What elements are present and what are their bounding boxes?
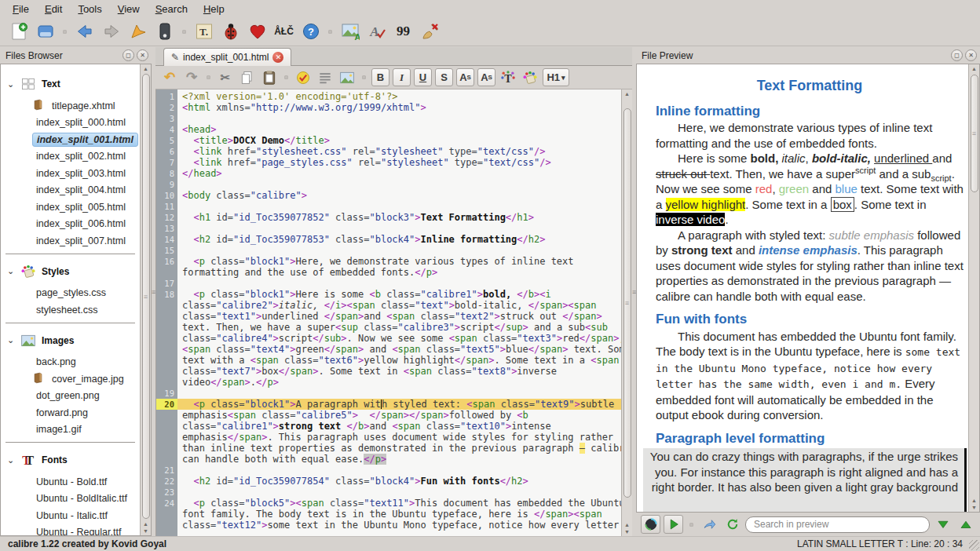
code-row[interactable]: 3 (156, 113, 621, 124)
code-row[interactable]: 9 (156, 179, 621, 190)
code-line[interactable]: <h2 id="id_Toc359077853" class="block4">… (177, 234, 621, 245)
code-line[interactable] (177, 201, 621, 212)
code-row[interactable]: class="calibre1">strong text </b>and <sp… (156, 421, 621, 432)
code-line[interactable]: <span class="text4">green</span> and <sp… (177, 344, 621, 355)
code-row[interactable]: 10<body class="calibre"> (156, 190, 621, 201)
scroll-up-icon[interactable]: ▲ (624, 90, 630, 97)
file-item-stylesheet.css[interactable]: stylesheet.css (1, 301, 140, 319)
code-row[interactable]: class="calibre4">script</sub>. Now we se… (156, 333, 621, 344)
code-line[interactable]: <p class="block1">Here, we demonstrate v… (177, 256, 621, 267)
code-row[interactable]: 16 <p class="block1">Here, we demonstrat… (156, 256, 621, 267)
edit-fonts-icon[interactable]: T. (192, 20, 216, 44)
code-row[interactable]: 24 <p class="block5"><span class="text11… (156, 498, 621, 509)
file-item-Ubuntu - BoldItalic.ttf[interactable]: Ubuntu - BoldItalic.ttf (1, 491, 140, 508)
code-line[interactable]: <?xml version='1.0' encoding='utf-8'?> (177, 91, 621, 102)
menu-help[interactable]: Help (196, 2, 232, 16)
insert-image-icon[interactable] (337, 68, 357, 87)
copy-icon[interactable] (237, 68, 258, 87)
code-row[interactable]: <span class="text4">green</span> and <sp… (156, 344, 621, 355)
bold-button[interactable]: B (371, 68, 389, 86)
close-panel-icon[interactable]: ✕ (965, 49, 977, 61)
code-row[interactable]: emphasis</span>. This paragraph uses doc… (156, 432, 621, 443)
section-styles[interactable]: ⌄Styles (1, 258, 140, 285)
file-item-Ubuntu - Bold.ttf[interactable]: Ubuntu - Bold.ttf (1, 473, 140, 491)
code-line[interactable]: <h1 id="id_Toc359077852" class="block3">… (177, 212, 621, 223)
file-item-back.png[interactable]: back.png (1, 354, 140, 371)
code-line[interactable]: <h2 id="id_Toc359077854" class="block4">… (177, 476, 621, 487)
code-line[interactable]: <html xmlns="http://www.w3.org/1999/xhtm… (177, 102, 621, 113)
underline-button[interactable]: U (414, 68, 432, 86)
code-row[interactable]: 7 <link href="page_styles.css" rel="styl… (156, 157, 621, 168)
editor-tab[interactable]: ✎ index_split_001.html ✕ (163, 48, 291, 66)
code-row[interactable]: 20 <p class="block1">A paragraph with st… (156, 399, 621, 410)
jump-to-cursor-icon[interactable] (700, 515, 719, 534)
smarten-punctuation-icon[interactable]: 99 (391, 20, 415, 44)
file-item-index_split_002.html[interactable]: index_split_002.html (1, 148, 140, 166)
run-icon[interactable] (664, 515, 683, 534)
new-file-icon[interactable] (6, 20, 31, 44)
help-icon[interactable]: ? (298, 20, 323, 44)
file-item-forward.png[interactable]: forward.png (1, 404, 140, 421)
fonts-icon[interactable]: T (498, 68, 518, 87)
file-item-Ubuntu - Italic.ttf[interactable]: Ubuntu - Italic.ttf (1, 507, 140, 524)
code-line[interactable]: emphasis</span>. This paragraph uses doc… (177, 432, 621, 443)
files-scrollbar[interactable]: ▲ ▲ ▼ (140, 64, 151, 535)
close-panel-icon[interactable]: ✕ (137, 49, 148, 61)
preview-scrollbar[interactable]: ▲ ▲ ▼ (968, 64, 979, 512)
code-line[interactable]: <link href="stylesheet.css" rel="stylesh… (177, 146, 621, 157)
code-row[interactable]: 6 <link href="stylesheet.css" rel="style… (156, 146, 621, 157)
code-line[interactable] (177, 278, 621, 289)
editor-scrollbar[interactable]: ▲ ▲ ▼ (621, 89, 632, 536)
code-row[interactable]: 5 <title>DOCX Demo</title> (156, 135, 621, 146)
code-line[interactable]: text with a <span class="text6">yellow h… (177, 355, 621, 366)
code-row[interactable]: 19 (156, 388, 621, 399)
scroll-down-icon[interactable]: ▼ (624, 528, 630, 535)
file-item-Ubuntu - Regular.ttf[interactable]: Ubuntu - Regular.ttf (1, 524, 140, 536)
find-previous-icon[interactable] (956, 515, 975, 534)
code-line[interactable]: emphasis<span class="calibre5"> </span><… (177, 410, 621, 421)
code-line[interactable]: class="text7">box</span>. Some text in <… (177, 366, 621, 377)
reload-icon[interactable] (722, 515, 742, 534)
remove-unused-css-icon[interactable] (418, 20, 442, 44)
auto-reload-icon[interactable] (641, 515, 660, 534)
scroll-down-icon[interactable]: ▼ (971, 504, 977, 511)
cut-icon[interactable]: ✂ (215, 68, 236, 87)
tab-close-icon[interactable]: ✕ (272, 52, 283, 63)
code-row[interactable]: text with a <span class="text6">yellow h… (156, 355, 621, 366)
file-item-dot_green.png[interactable]: dot_green.png (1, 388, 140, 405)
check-book-icon[interactable] (218, 20, 243, 44)
code-row[interactable]: text. Then, we have a super<sup class="c… (156, 322, 621, 333)
file-item-index_split_003.html[interactable]: index_split_003.html (1, 165, 140, 182)
view-image-icon[interactable]: A (338, 20, 362, 44)
code-row[interactable]: 11 (156, 201, 621, 212)
code-line[interactable]: font family. The body text is in the Ubu… (177, 509, 621, 520)
code-line[interactable]: than inline text properties as demonstra… (177, 443, 621, 454)
file-item-page_styles.css[interactable]: page_styles.css (1, 285, 140, 302)
scroll-up-icon[interactable]: ▲ (624, 521, 630, 528)
preview-search-input[interactable] (745, 516, 930, 533)
menu-tools[interactable]: Tools (70, 2, 109, 16)
code-row[interactable]: than inline text properties as demonstra… (156, 443, 621, 454)
special-characters-icon[interactable]: ÅŁČ (272, 20, 296, 44)
file-item-index_split_004.html[interactable]: index_split_004.html (1, 182, 140, 199)
scroll-thumb[interactable] (623, 108, 631, 498)
code-row[interactable]: 14 <h2 id="id_Toc359077853" class="block… (156, 234, 621, 245)
spell-check-icon[interactable]: A (364, 20, 389, 44)
code-line[interactable]: class="calibre1">strong text </b>and <sp… (177, 421, 621, 432)
code-row[interactable]: 12 <h1 id="id_Toc359077852" class="block… (156, 212, 621, 223)
code-line[interactable]: <p class="block1">A paragraph with style… (177, 399, 621, 410)
code-row[interactable]: 18 <p class="block1">Here is some <b cla… (156, 289, 621, 300)
code-row[interactable]: video</span>.</p> (156, 377, 621, 388)
file-item-titlepage.xhtml[interactable]: titlepage.xhtml (1, 97, 140, 115)
code-line[interactable] (177, 388, 621, 399)
code-row[interactable]: 22 <h2 id="id_Toc359077854" class="block… (156, 476, 621, 487)
file-item-index_split_001.html[interactable]: index_split_001.html (1, 131, 140, 148)
code-row[interactable]: class="text1">underlined </span>and <spa… (156, 311, 621, 322)
code-area[interactable]: 1<?xml version='1.0' encoding='utf-8'?>2… (156, 89, 621, 536)
code-line[interactable] (177, 245, 621, 256)
menu-edit[interactable]: Edit (37, 2, 70, 16)
code-row[interactable]: 13 (156, 223, 621, 234)
menu-file[interactable]: File (5, 2, 37, 16)
file-item-image1.gif[interactable]: image1.gif (1, 421, 140, 439)
device-icon[interactable] (152, 20, 177, 44)
